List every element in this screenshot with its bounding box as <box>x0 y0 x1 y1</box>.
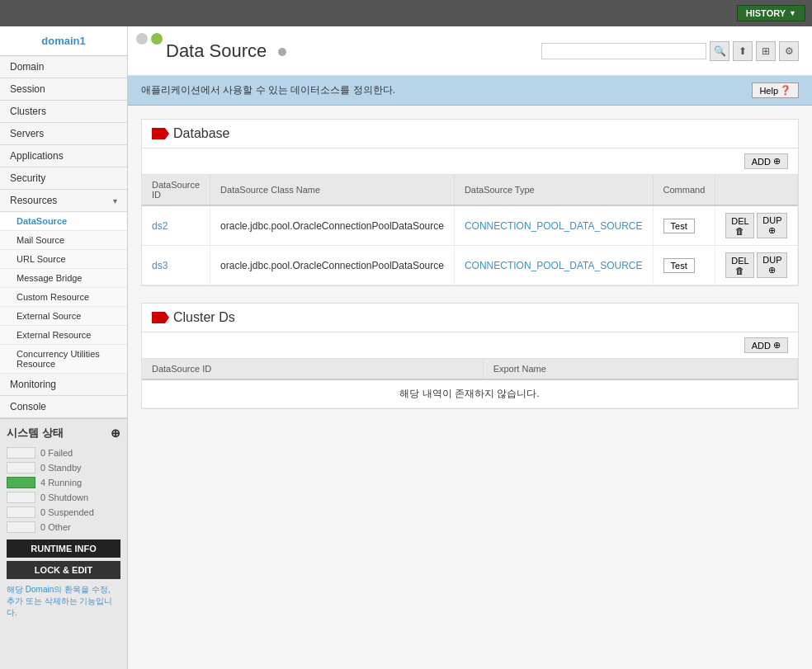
help-icon: ❓ <box>780 85 791 96</box>
sidebar-item-resources[interactable]: Resources ▾ <box>0 190 127 212</box>
main-layout: domain1 Domain Session Clusters Servers … <box>0 26 812 669</box>
sidebar-item-datasource[interactable]: DataSource <box>0 212 127 231</box>
sidebar-item-customresource[interactable]: Custom Resource <box>0 288 127 307</box>
del-button[interactable]: DEL 🗑 <box>725 252 754 278</box>
sidebar-item-domain[interactable]: Domain <box>0 56 127 78</box>
cell-datasource-id: ds2 <box>142 205 210 246</box>
circle-gray <box>136 33 148 45</box>
sidebar: domain1 Domain Session Clusters Servers … <box>0 26 128 669</box>
plus-icon: ⊕ <box>773 156 781 167</box>
help-button[interactable]: Help ❓ <box>752 82 799 98</box>
cluster-table: DataSource ID Export Name 해당 내역이 존재하지 않습… <box>142 359 798 408</box>
del-button[interactable]: DEL 🗑 <box>725 213 754 238</box>
status-indicator-standby <box>7 462 35 473</box>
search-input[interactable] <box>541 43 706 59</box>
plus-icon: ⊕ <box>773 340 781 351</box>
chevron-down-icon: ▾ <box>113 196 117 205</box>
database-section-header: Database <box>142 120 798 148</box>
sidebar-item-clusters[interactable]: Clusters <box>0 101 127 123</box>
info-bar: 애플리케이션에서 사용할 수 있는 데이터소스를 정의한다. Help ❓ <box>128 76 812 106</box>
grid-icon[interactable]: ⊞ <box>756 41 776 61</box>
status-row-suspended: 0 Suspended <box>7 505 120 520</box>
status-label-running: 4 Running <box>40 478 82 488</box>
info-text: 애플리케이션에서 사용할 수 있는 데이터소스를 정의한다. <box>141 83 395 97</box>
cell-row-actions: DEL 🗑 DUP ⊕ <box>715 246 798 285</box>
header-circles <box>136 33 163 45</box>
system-status-expand-icon[interactable]: ⊕ <box>111 426 120 440</box>
history-label: HISTORY <box>746 8 786 18</box>
dup-button[interactable]: DUP ⊕ <box>757 252 787 278</box>
sidebar-item-security[interactable]: Security <box>0 167 127 190</box>
database-flag-icon <box>152 128 165 139</box>
cluster-add-button[interactable]: ADD ⊕ <box>744 337 788 353</box>
database-table-header-row: DataSource ID DataSource Class Name Data… <box>142 175 798 205</box>
lock-edit-button[interactable]: LOCK & EDIT <box>7 561 120 579</box>
cell-row-actions: DEL 🗑 DUP ⊕ <box>715 205 798 246</box>
circle-green <box>151 33 163 45</box>
chevron-down-icon: ▼ <box>789 9 796 17</box>
status-row-standby: 0 Standby <box>7 460 120 475</box>
status-indicator-failed <box>7 447 35 459</box>
status-row-shutdown: 0 Shutdown <box>7 490 120 505</box>
status-row-failed: 0 Failed <box>7 445 120 460</box>
history-button[interactable]: HISTORY ▼ <box>737 5 805 21</box>
sidebar-item-mailsource[interactable]: Mail Source <box>0 231 127 250</box>
cluster-table-actions: ADD ⊕ <box>142 332 798 359</box>
test-button[interactable]: Test <box>663 258 695 273</box>
status-row-running: 4 Running <box>7 475 120 490</box>
system-status-panel: 시스템 상태 ⊕ 0 Failed 0 Standby 4 Running 0 … <box>0 418 127 625</box>
status-indicator-suspended <box>7 506 35 518</box>
database-add-button[interactable]: ADD ⊕ <box>744 153 788 169</box>
header-right: 🔍 ⬆ ⊞ ⚙ <box>541 41 799 61</box>
cluster-section: Cluster Ds ADD ⊕ DataSource ID Export Na… <box>141 303 799 409</box>
col-datasource-class: DataSource Class Name <box>210 175 455 205</box>
cluster-table-header-row: DataSource ID Export Name <box>142 359 798 379</box>
search-icon[interactable]: 🔍 <box>710 41 729 61</box>
cell-test: Test <box>653 246 715 285</box>
database-section: Database ADD ⊕ DataSource ID DataSource … <box>141 119 799 286</box>
upload-icon[interactable]: ⬆ <box>733 41 753 61</box>
cell-datasource-type: CONNECTION_POOL_DATA_SOURCE <box>454 205 653 246</box>
status-label-shutdown: 0 Shutdown <box>40 492 88 502</box>
database-section-title: Database <box>173 126 230 141</box>
page-title: Data Source <box>166 40 286 62</box>
sidebar-item-session[interactable]: Session <box>0 78 127 101</box>
col-cluster-datasource-id: DataSource ID <box>142 359 483 379</box>
col-datasource-id: DataSource ID <box>142 175 210 205</box>
status-indicator-running <box>7 477 35 488</box>
sidebar-domain-label[interactable]: domain1 <box>0 26 127 56</box>
top-bar: HISTORY ▼ <box>0 0 812 26</box>
col-export-name: Export Name <box>483 359 797 379</box>
status-indicator-other <box>7 521 35 533</box>
sidebar-item-applications[interactable]: Applications <box>0 145 127 167</box>
page-header: Data Source 🔍 ⬆ ⊞ ⚙ <box>128 26 812 76</box>
sidebar-item-concurrency[interactable]: Concurrency Utilities Resource <box>0 345 127 374</box>
sidebar-item-urlsource[interactable]: URL Source <box>0 250 127 269</box>
status-label-standby: 0 Standby <box>40 463 82 473</box>
col-actions <box>715 175 798 205</box>
cluster-empty-message: 해당 내역이 존재하지 않습니다. <box>142 379 798 408</box>
cell-class-name: oracle.jdbc.pool.OracleConnectionPoolDat… <box>210 205 455 246</box>
cluster-section-header: Cluster Ds <box>142 304 798 332</box>
database-table-actions: ADD ⊕ <box>142 148 798 175</box>
test-button[interactable]: Test <box>663 219 695 233</box>
cluster-empty-row: 해당 내역이 존재하지 않습니다. <box>142 379 798 408</box>
system-status-title: 시스템 상태 ⊕ <box>7 426 120 441</box>
sidebar-item-console[interactable]: Console <box>0 396 127 418</box>
main-content: Data Source 🔍 ⬆ ⊞ ⚙ 애플리케이션에서 사용할 수 있는 데이… <box>128 26 812 669</box>
cell-datasource-type: CONNECTION_POOL_DATA_SOURCE <box>454 246 653 285</box>
status-label-suspended: 0 Suspended <box>40 507 94 517</box>
table-row: ds3 oracle.jdbc.pool.OracleConnectionPoo… <box>142 246 798 285</box>
sidebar-item-servers[interactable]: Servers <box>0 123 127 145</box>
settings-icon[interactable]: ⚙ <box>779 41 799 61</box>
cluster-section-title: Cluster Ds <box>173 310 235 325</box>
cell-class-name: oracle.jdbc.pool.OracleConnectionPoolDat… <box>210 246 455 285</box>
domain-note: 해당 Domain의 환목을 수정, 추가 또는 삭제하는 기능입니다. <box>7 584 120 619</box>
sidebar-item-monitoring[interactable]: Monitoring <box>0 374 127 396</box>
dup-button[interactable]: DUP ⊕ <box>757 213 787 238</box>
sidebar-item-externalresource[interactable]: External Resource <box>0 326 127 345</box>
col-datasource-type: DataSource Type <box>454 175 653 205</box>
sidebar-item-messagebridge[interactable]: Message Bridge <box>0 269 127 288</box>
sidebar-item-externalsource[interactable]: External Source <box>0 307 127 326</box>
runtime-info-button[interactable]: RUNTIME INFO <box>7 539 120 558</box>
